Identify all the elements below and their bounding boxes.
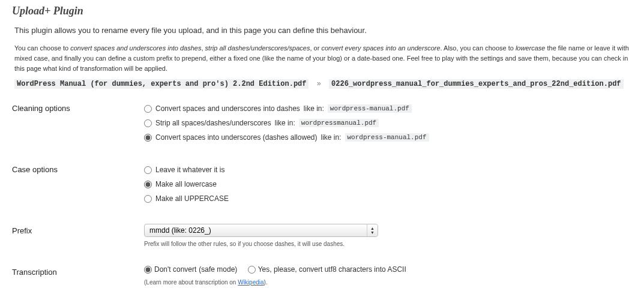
cleaning-option-strip[interactable]: Strip all spaces/dashes/underscores like…	[144, 116, 632, 130]
transcription-heading: Transcription	[12, 264, 144, 300]
prefix-select[interactable]: mmdd (like: 0226_)	[144, 224, 378, 237]
example-line: WordPress Manual (for dummies, experts a…	[14, 80, 632, 88]
transcription-dont-label: Don't convert	[154, 265, 196, 274]
transcription-option-convert[interactable]: Yes, please, convert utf8 characters int…	[248, 265, 406, 274]
cleaning-strip-label: Strip all spaces/dashes/underscores	[155, 119, 271, 127]
cleaning-underscores-label: Convert spaces into underscores (dashes …	[155, 133, 317, 142]
case-uppercase-label: Make all UPPERCASE	[155, 194, 229, 203]
transcription-convert-label: Yes, please, convert utf8 characters int…	[258, 265, 406, 274]
wikipedia-link[interactable]: Wikipedia	[238, 279, 263, 286]
transcription-safe-mode: (safe mode)	[199, 265, 237, 274]
cleaning-underscores-code: wordpress-manual.pdf	[345, 133, 429, 142]
radio-cleaning-dashes[interactable]	[144, 105, 152, 113]
like-in-text: like in:	[275, 119, 295, 127]
example-input: WordPress Manual (for dummies, experts a…	[14, 79, 308, 89]
radio-cleaning-underscores[interactable]	[144, 134, 152, 142]
cleaning-strip-code: wordpressmanual.pdf	[299, 119, 379, 127]
cleaning-dashes-code: wordpress-manual.pdf	[328, 104, 412, 113]
cleaning-heading: Cleaning options	[12, 100, 144, 161]
radio-transcription-dont[interactable]	[144, 266, 152, 274]
prefix-note: Prefix will follow the other rules, so i…	[144, 241, 632, 247]
like-in-text: like in:	[304, 104, 324, 113]
case-option-lowercase[interactable]: Make all lowercase	[144, 177, 632, 191]
cleaning-option-dashes[interactable]: Convert spaces and underscores into dash…	[144, 101, 632, 116]
radio-case-uppercase[interactable]	[144, 195, 152, 203]
radio-transcription-convert[interactable]	[248, 266, 256, 274]
like-in-text: like in:	[320, 133, 341, 142]
cleaning-option-underscores[interactable]: Convert spaces into underscores (dashes …	[144, 130, 632, 145]
description-text: You can choose to convert spaces and und…	[14, 43, 632, 74]
arrow-icon: »	[313, 80, 325, 88]
case-heading: Case options	[12, 161, 144, 223]
case-leave-label: Leave it whatever it is	[155, 166, 224, 174]
radio-case-lowercase[interactable]	[144, 181, 152, 188]
prefix-heading: Prefix	[12, 223, 144, 264]
example-output: 0226_wordpress_manual_for_dummies_expert…	[329, 79, 623, 89]
case-option-leave[interactable]: Leave it whatever it is	[144, 163, 632, 177]
radio-cleaning-strip[interactable]	[144, 119, 152, 127]
cleaning-dashes-label: Convert spaces and underscores into dash…	[155, 104, 300, 113]
transcription-option-dont[interactable]: Don't convert (safe mode)	[144, 265, 237, 274]
transcription-note: (Learn more about transcription on Wikip…	[144, 279, 632, 286]
intro-text: This plugin allows you to rename every f…	[14, 26, 632, 35]
page-title: Upload+ Plugin	[12, 5, 632, 17]
case-lowercase-label: Make all lowercase	[155, 180, 217, 188]
radio-case-leave[interactable]	[144, 166, 152, 174]
case-option-uppercase[interactable]: Make all UPPERCASE	[144, 191, 632, 206]
